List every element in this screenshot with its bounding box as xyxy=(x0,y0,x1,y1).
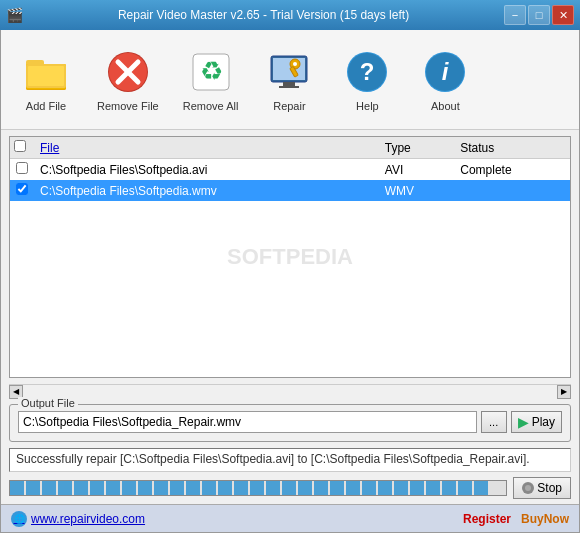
table-row[interactable]: C:\Softpedia Files\Softpedia.wmvWMV xyxy=(10,180,570,201)
bottom-bar: 🌐 www.repairvideo.com Register BuyNow xyxy=(1,504,579,532)
remove-all-label: Remove All xyxy=(183,100,239,112)
about-button[interactable]: i About xyxy=(410,44,480,116)
website-text: www.repairvideo.com xyxy=(31,512,145,526)
progress-segment xyxy=(266,481,280,495)
col-header-type[interactable]: Type xyxy=(379,137,454,159)
play-icon: ▶ xyxy=(518,414,529,430)
horizontal-scrollbar[interactable]: ◀ ▶ xyxy=(9,384,571,398)
add-file-icon xyxy=(22,48,70,96)
remove-file-button[interactable]: Remove File xyxy=(89,44,167,116)
bottom-right-buttons: Register BuyNow xyxy=(463,512,569,526)
about-icon: i xyxy=(421,48,469,96)
remove-all-icon: ♻ xyxy=(187,48,235,96)
buynow-button[interactable]: BuyNow xyxy=(521,512,569,526)
progress-segment xyxy=(138,481,152,495)
progress-segment xyxy=(234,481,248,495)
toolbar: Add File Remove File ♻ Remove All xyxy=(1,30,579,130)
stop-icon xyxy=(522,482,534,494)
progress-segment xyxy=(250,481,264,495)
row-file-status: Complete xyxy=(454,159,570,181)
progress-segment xyxy=(458,481,472,495)
progress-area: Stop xyxy=(9,478,571,498)
status-bar: Successfully repair [C:\Softpedia Files\… xyxy=(9,448,571,472)
table-row[interactable]: C:\Softpedia Files\Softpedia.aviAVICompl… xyxy=(10,159,570,181)
file-list-container[interactable]: File Type Status C:\Softpedia Files\Soft… xyxy=(9,136,571,378)
progress-segment xyxy=(330,481,344,495)
svg-text:?: ? xyxy=(360,58,375,85)
output-path-input[interactable] xyxy=(18,411,477,433)
svg-rect-15 xyxy=(279,86,299,88)
stop-button[interactable]: Stop xyxy=(513,477,571,499)
progress-segment xyxy=(58,481,72,495)
progress-segment xyxy=(362,481,376,495)
progress-segment xyxy=(442,481,456,495)
row-file-type: AVI xyxy=(379,159,454,181)
row-checkbox[interactable] xyxy=(16,183,28,195)
svg-rect-14 xyxy=(283,82,295,86)
svg-point-18 xyxy=(293,62,297,66)
globe-icon: 🌐 xyxy=(11,511,27,527)
col-header-status[interactable]: Status xyxy=(454,137,570,159)
help-icon: ? xyxy=(343,48,391,96)
remove-all-button[interactable]: ♻ Remove All xyxy=(175,44,247,116)
progress-segment xyxy=(202,481,216,495)
remove-file-label: Remove File xyxy=(97,100,159,112)
progress-segment xyxy=(394,481,408,495)
play-button[interactable]: ▶ Play xyxy=(511,411,562,433)
progress-segment xyxy=(410,481,424,495)
row-checkbox-cell[interactable] xyxy=(10,159,34,181)
progress-segment xyxy=(122,481,136,495)
add-file-button[interactable]: Add File xyxy=(11,44,81,116)
row-checkbox[interactable] xyxy=(16,162,28,174)
row-file-path: C:\Softpedia Files\Softpedia.wmv xyxy=(34,180,379,201)
table-header-row: File Type Status xyxy=(10,137,570,159)
title-bar: 🎬 Repair Video Master v2.65 - Trial Vers… xyxy=(0,0,580,30)
file-table: File Type Status C:\Softpedia Files\Soft… xyxy=(10,137,570,201)
row-file-type: WMV xyxy=(379,180,454,201)
website-link[interactable]: 🌐 www.repairvideo.com xyxy=(11,511,145,527)
register-button[interactable]: Register xyxy=(463,512,511,526)
remove-file-icon xyxy=(104,48,152,96)
scroll-right-button[interactable]: ▶ xyxy=(557,385,571,399)
close-button[interactable]: ✕ xyxy=(552,5,574,25)
browse-button[interactable]: ... xyxy=(481,411,507,433)
progress-segment xyxy=(90,481,104,495)
select-all-checkbox[interactable] xyxy=(14,140,26,152)
repair-icon xyxy=(265,48,313,96)
content-area: File Type Status C:\Softpedia Files\Soft… xyxy=(1,130,579,504)
progress-bar xyxy=(9,480,507,496)
progress-segment xyxy=(26,481,40,495)
minimize-button[interactable]: − xyxy=(504,5,526,25)
progress-segment xyxy=(154,481,168,495)
progress-segment xyxy=(426,481,440,495)
row-checkbox-cell[interactable] xyxy=(10,180,34,201)
progress-segment xyxy=(474,481,488,495)
svg-rect-13 xyxy=(273,58,305,80)
row-file-path: C:\Softpedia Files\Softpedia.avi xyxy=(34,159,379,181)
progress-segment xyxy=(282,481,296,495)
progress-segment xyxy=(298,481,312,495)
progress-segment xyxy=(218,481,232,495)
output-legend: Output File xyxy=(18,397,78,409)
scroll-track[interactable] xyxy=(23,385,557,399)
col-header-file[interactable]: File xyxy=(34,137,379,159)
window-title: Repair Video Master v2.65 - Trial Versio… xyxy=(23,8,504,22)
add-file-label: Add File xyxy=(26,100,66,112)
app-icon: 🎬 xyxy=(6,7,23,23)
help-label: Help xyxy=(356,100,379,112)
status-message: Successfully repair [C:\Softpedia Files\… xyxy=(16,452,530,466)
row-file-status xyxy=(454,180,570,201)
progress-segment xyxy=(314,481,328,495)
svg-rect-5 xyxy=(28,66,64,86)
col-header-check[interactable] xyxy=(10,137,34,159)
progress-segment xyxy=(106,481,120,495)
watermark-text: SOFTPEDIA xyxy=(227,244,353,270)
repair-label: Repair xyxy=(273,100,305,112)
restore-button[interactable]: □ xyxy=(528,5,550,25)
repair-button[interactable]: Repair xyxy=(254,44,324,116)
progress-segment xyxy=(74,481,88,495)
progress-segment xyxy=(10,481,24,495)
output-row: ... ▶ Play xyxy=(18,411,562,433)
progress-segment xyxy=(346,481,360,495)
help-button[interactable]: ? Help xyxy=(332,44,402,116)
